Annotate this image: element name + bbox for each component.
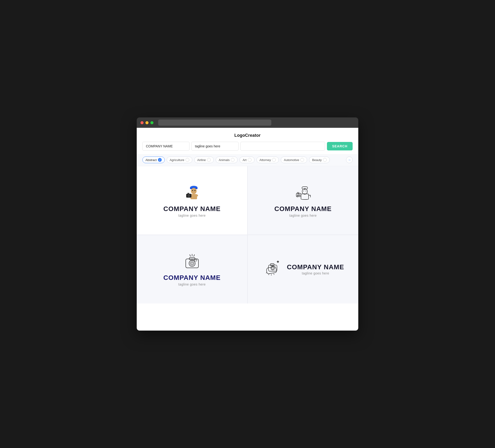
svg-point-3 <box>192 190 193 191</box>
category-label: Agriculture <box>170 158 184 162</box>
check-icon-agriculture <box>186 158 189 162</box>
svg-rect-11 <box>187 193 189 194</box>
svg-point-27 <box>191 262 193 264</box>
logo-card-1[interactable]: COMPANY NAME tagline goes here <box>137 166 247 235</box>
tagline-1: tagline goes here <box>179 214 206 217</box>
category-chip-airline[interactable]: Airline <box>194 156 214 163</box>
color-input[interactable] <box>240 142 325 151</box>
tagline-3: tagline goes here <box>179 282 206 286</box>
tagline-input[interactable] <box>192 142 239 151</box>
check-icon-automotive <box>300 158 304 162</box>
category-label: Automotive <box>284 158 299 162</box>
svg-point-15 <box>303 191 304 192</box>
category-chip-agriculture[interactable]: Agriculture <box>167 156 192 163</box>
app-container: LogoCreator SEARCH Abstract ✓ Agricultur… <box>137 128 358 331</box>
category-label: Beauty <box>312 158 321 162</box>
search-bar: SEARCH <box>137 142 358 154</box>
svg-line-21 <box>190 255 191 256</box>
category-label: Airline <box>197 158 206 162</box>
check-icon-beauty <box>323 158 327 162</box>
category-chip-beauty[interactable]: Beauty <box>309 156 330 163</box>
browser-window: LogoCreator SEARCH Abstract ✓ Agricultur… <box>137 117 358 331</box>
svg-point-25 <box>189 260 195 266</box>
company-name-1: COMPANY NAME <box>163 205 221 213</box>
logo-card-3[interactable]: COMPANY NAME tagline goes here <box>137 235 247 304</box>
svg-rect-17 <box>296 193 301 197</box>
category-chip-animals[interactable]: Animals <box>216 156 238 163</box>
check-icon-animals <box>231 158 234 162</box>
category-label: Attorney <box>260 158 271 162</box>
category-chip-art[interactable]: Art <box>239 156 255 163</box>
tagline-2: tagline goes here <box>289 214 317 217</box>
svg-rect-7 <box>194 195 198 196</box>
logo-icon-1 <box>181 183 203 202</box>
svg-line-22 <box>194 255 194 256</box>
category-bar: Abstract ✓ Agriculture Airline Animals A… <box>137 154 358 166</box>
category-chip-attorney[interactable]: Attorney <box>256 156 279 163</box>
svg-point-16 <box>305 191 306 192</box>
logo-icon-4 <box>262 258 283 277</box>
logo-card-4[interactable]: COMPANY NAME tagline goes here <box>248 235 358 304</box>
logo-text-area-4: COMPANY NAME tagline goes here <box>287 263 344 275</box>
company-name-2: COMPANY NAME <box>274 205 332 213</box>
maximize-button[interactable] <box>150 121 153 124</box>
category-label: Animals <box>219 158 230 162</box>
svg-point-26 <box>190 262 194 265</box>
category-label: Abstract <box>145 158 157 162</box>
company-name-4: COMPANY NAME <box>287 263 344 271</box>
svg-point-2 <box>191 188 197 194</box>
next-categories-button[interactable]: → <box>346 156 353 163</box>
tagline-4: tagline goes here <box>287 271 344 275</box>
close-button[interactable] <box>140 121 144 124</box>
check-icon-abstract: ✓ <box>158 158 162 162</box>
category-label: Art <box>243 158 247 162</box>
search-button[interactable]: SEARCH <box>327 142 353 150</box>
svg-rect-34 <box>270 264 274 266</box>
minimize-button[interactable] <box>145 121 149 124</box>
check-icon-attorney <box>272 158 276 162</box>
svg-point-10 <box>188 195 190 196</box>
check-icon-airline <box>207 158 211 162</box>
check-icon-art <box>248 158 251 162</box>
logo-card-2[interactable]: COMPANY NAME tagline goes here <box>248 166 358 235</box>
category-chip-automotive[interactable]: Automotive <box>281 156 307 163</box>
app-title: LogoCreator <box>137 128 358 142</box>
logo-grid: COMPANY NAME tagline goes here <box>137 166 358 304</box>
address-bar[interactable] <box>158 120 271 126</box>
logo-icon-3 <box>181 252 203 271</box>
logo-icon-2 <box>292 183 314 202</box>
svg-point-18 <box>298 194 300 196</box>
company-name-input[interactable] <box>142 142 190 151</box>
category-chip-abstract[interactable]: Abstract ✓ <box>142 156 165 163</box>
browser-titlebar <box>137 117 358 128</box>
svg-rect-19 <box>297 192 299 194</box>
svg-point-36 <box>272 267 274 269</box>
company-name-3: COMPANY NAME <box>163 274 221 281</box>
svg-point-4 <box>194 190 195 191</box>
